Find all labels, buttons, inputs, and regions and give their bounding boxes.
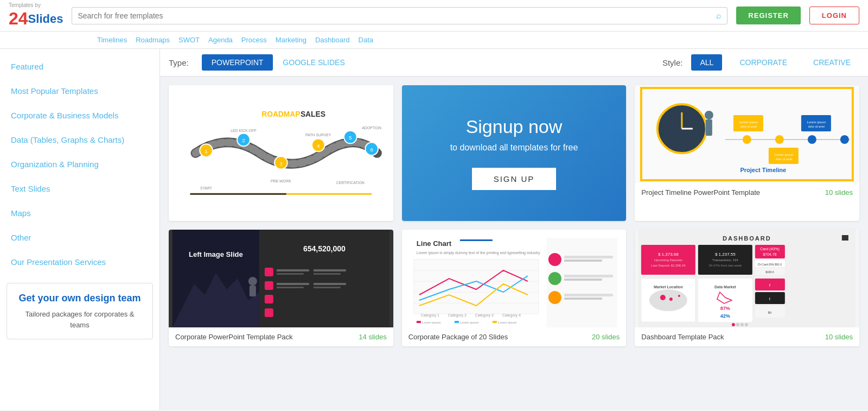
svg-text:PRE-WORK: PRE-WORK (271, 179, 291, 183)
register-button[interactable]: REGISTER (736, 7, 800, 24)
template-card-timeline[interactable]: Lorem ipsum dolor sit amet Lorem ipsum d… (635, 85, 859, 221)
tag-swot[interactable]: SWOT (176, 35, 202, 45)
tag-data[interactable]: Data (356, 35, 375, 45)
sidebar-item-most-popular[interactable]: Most Popular Templates (0, 79, 159, 103)
svg-text:ROADMAP: ROADMAP (261, 110, 300, 118)
tagbar: Timelines Roadmaps SWOT Agenda Process M… (0, 31, 868, 49)
type-googleslides-button[interactable]: GOOGLE SLIDES (273, 54, 354, 71)
svg-point-132 (741, 323, 744, 326)
sidebar-item-text-slides[interactable]: Text Slides (0, 176, 159, 201)
svg-text:DASHBOARD: DASHBOARD (723, 235, 771, 242)
tag-roadmaps[interactable]: Roadmaps (133, 35, 172, 45)
sidebar-promo: Get your own design team Tailored packag… (7, 283, 153, 339)
sidebar-item-services[interactable]: Our Presentation Services (0, 250, 159, 274)
template-card-linechart[interactable]: Line Chart Lorem ipsum is simply dummy t… (402, 230, 627, 346)
card-image-corporate: Left Image Slide 654,520,000 (169, 230, 393, 327)
template-card-signup[interactable]: Signup now to download all templates for… (402, 85, 627, 221)
card-image-linechart: Line Chart Lorem ipsum is simply dummy t… (402, 230, 627, 327)
sidebar-item-corporate-business[interactable]: Corporate & Business Models (0, 103, 159, 128)
svg-rect-96 (842, 235, 848, 241)
svg-rect-51 (265, 268, 273, 276)
svg-text:$ 1,237.55: $ 1,237.55 (715, 252, 736, 257)
card-title-dashboard: Dashboard Template Pack (641, 333, 724, 341)
svg-text:ADOPTION: ADOPTION (362, 126, 381, 130)
svg-text:Data Market: Data Market (714, 285, 736, 289)
svg-rect-78 (564, 298, 602, 300)
svg-point-130 (732, 323, 735, 326)
template-card-roadmap[interactable]: ROADMAP SALES 1 2 3 4 (169, 85, 393, 221)
main-layout: Featured Most Popular Templates Corporat… (0, 49, 868, 410)
svg-text:Lorem ipsum: Lorem ipsum (422, 321, 441, 324)
svg-point-32 (743, 135, 751, 144)
svg-rect-54 (265, 308, 273, 317)
search-bar[interactable]: ⌕ (72, 7, 727, 24)
tag-process[interactable]: Process (239, 35, 269, 45)
svg-text:Transactions: 134: Transactions: 134 (712, 258, 738, 262)
sidebar-item-other[interactable]: Other (0, 225, 159, 250)
svg-rect-60 (314, 273, 341, 275)
svg-rect-61 (314, 283, 346, 285)
signup-button[interactable]: SIGN UP (472, 168, 557, 190)
svg-text:1: 1 (205, 148, 207, 154)
svg-rect-30 (706, 119, 712, 136)
svg-rect-66 (459, 239, 492, 241)
svg-text:CERTIFICATION: CERTIFICATION (336, 181, 365, 185)
svg-text:$ 1,373.68: $ 1,373.68 (658, 252, 679, 257)
svg-text:Upcoming Deposits: Upcoming Deposits (654, 258, 682, 262)
template-card-corporate[interactable]: Left Image Slide 654,520,000 (169, 230, 393, 346)
card-title-linechart: Corporate Package of 20 Slides (409, 333, 508, 341)
svg-text:6: 6 (370, 147, 373, 153)
style-creative-button[interactable]: CREATIVE (805, 54, 859, 71)
svg-rect-64 (250, 286, 256, 296)
svg-text:Lorem ipsum: Lorem ipsum (497, 321, 516, 324)
style-all-button[interactable]: ALL (691, 54, 722, 71)
svg-point-34 (808, 135, 816, 144)
type-powerpoint-button[interactable]: POWERPOINT (202, 54, 273, 71)
svg-rect-22 (190, 193, 286, 195)
svg-text:654,520,000: 654,520,000 (303, 244, 346, 253)
svg-text:$704.78: $704.78 (763, 252, 777, 256)
content-area: Type: POWERPOINT GOOGLE SLIDES Style: AL… (160, 49, 868, 410)
svg-rect-74 (564, 260, 602, 262)
svg-rect-53 (265, 295, 273, 303)
svg-text:Ch Card (0%) $91.0: Ch Card (0%) $91.0 (758, 263, 782, 266)
svg-point-29 (705, 111, 713, 119)
svg-text:dolor sit amet: dolor sit amet (808, 125, 825, 128)
svg-rect-59 (314, 269, 346, 271)
sidebar: Featured Most Popular Templates Corporat… (0, 49, 160, 410)
svg-rect-58 (277, 287, 304, 288)
svg-text:Lorem ipsum: Lorem ipsum (807, 121, 826, 124)
sidebar-item-featured[interactable]: Featured (0, 54, 159, 79)
svg-rect-76 (564, 279, 602, 281)
sidebar-item-org-planning[interactable]: Organization & Planning (0, 152, 159, 176)
sidebar-item-data-tables[interactable]: Data (Tables, Graphs & Charts) (0, 128, 159, 152)
svg-rect-75 (564, 275, 612, 277)
tag-agenda[interactable]: Agenda (206, 35, 235, 45)
style-corporate-button[interactable]: CORPORATE (731, 54, 796, 71)
promo-title: Get your own design team (16, 292, 144, 305)
card-image-timeline: Lorem ipsum dolor sit amet Lorem ipsum d… (635, 85, 859, 183)
template-card-dashboard[interactable]: DASHBOARD $ 1,373.68 Upcoming Deposits L… (635, 230, 859, 346)
svg-text:87%: 87% (720, 306, 730, 311)
card-slides-linechart: 20 slides (592, 333, 620, 341)
svg-text:in: in (768, 310, 771, 315)
card-image-roadmap: ROADMAP SALES 1 2 3 4 (169, 85, 393, 221)
svg-text:LED KICK-OFF: LED KICK-OFF (231, 129, 256, 132)
svg-text:Category 1: Category 1 (420, 313, 439, 318)
card-title-timeline: Project Timeline PowerPoint Template (641, 188, 760, 197)
sidebar-item-maps[interactable]: Maps (0, 201, 159, 225)
login-button[interactable]: LOGIN (809, 7, 859, 24)
search-input[interactable] (78, 11, 716, 20)
tag-dashboard[interactable]: Dashboard (313, 35, 352, 45)
card-title-corporate: Corporate PowerPoint Template Pack (175, 333, 293, 341)
tag-timelines[interactable]: Timelines (95, 35, 129, 45)
svg-rect-62 (314, 287, 341, 288)
svg-text:4: 4 (317, 143, 320, 149)
svg-text:3: 3 (279, 161, 283, 167)
svg-text:Line Chart: Line Chart (416, 239, 451, 248)
search-icon[interactable]: ⌕ (716, 11, 722, 21)
svg-text:Lorem ipsum is simply dummy te: Lorem ipsum is simply dummy text of the … (416, 251, 540, 255)
type-label: Type: (169, 58, 189, 67)
tag-marketing[interactable]: Marketing (273, 35, 309, 45)
svg-text:SALES: SALES (301, 110, 326, 118)
